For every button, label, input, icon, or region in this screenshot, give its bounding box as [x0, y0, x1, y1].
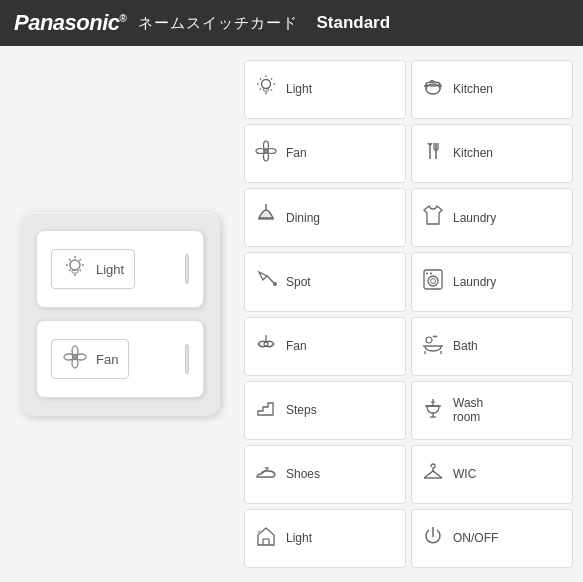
icon-cell-onoff-label: ON/OFF: [453, 531, 498, 545]
bath-icon: [420, 331, 446, 362]
switch-panel-wrap: Light Fan: [10, 60, 230, 568]
dining-icon: [253, 202, 279, 233]
svg-point-42: [274, 283, 277, 286]
switch-panel: Light Fan: [20, 212, 220, 416]
icon-cell-light-label: Light: [286, 82, 312, 96]
icon-cell-laundry2-label: Laundry: [453, 275, 496, 289]
fan-switch-indicator: [185, 344, 189, 374]
header-title: Standard: [316, 13, 390, 33]
svg-rect-24: [264, 89, 269, 92]
icon-cell-washroom[interactable]: Wash room: [411, 381, 573, 440]
icon-cell-fan-label: Fan: [286, 146, 307, 160]
cutlery-icon: [420, 138, 446, 169]
icon-cell-onoff[interactable]: ON/OFF: [411, 509, 573, 568]
icon-cell-light[interactable]: Light: [244, 60, 406, 119]
icon-cell-light2[interactable]: ✦ Light: [244, 509, 406, 568]
icon-cell-laundry1[interactable]: Laundry: [411, 188, 573, 247]
svg-line-5: [69, 259, 71, 261]
icon-cell-shoes[interactable]: Shoes: [244, 445, 406, 504]
fan-label-area: Fan: [51, 339, 129, 379]
ceiling-fan-icon: [253, 331, 279, 362]
spot-icon: [253, 266, 279, 297]
svg-line-23: [260, 89, 261, 90]
icon-cell-fan2[interactable]: Fan: [244, 317, 406, 376]
icon-cell-spot[interactable]: Spot: [244, 252, 406, 311]
icon-cell-washroom-label: Wash room: [453, 396, 483, 425]
washroom-icon: [420, 395, 446, 426]
icon-cell-wic-label: WIC: [453, 467, 476, 481]
light-grid-icon: [253, 74, 279, 105]
icon-cell-steps[interactable]: Steps: [244, 381, 406, 440]
svg-point-0: [70, 260, 80, 270]
icon-cell-fan[interactable]: Fan: [244, 124, 406, 183]
steps-icon: [253, 395, 279, 426]
washing-machine-icon: [420, 266, 446, 297]
icon-cell-laundry1-label: Laundry: [453, 211, 496, 225]
icon-cell-spot-label: Spot: [286, 275, 311, 289]
svg-point-51: [426, 337, 432, 343]
svg-line-21: [271, 90, 272, 91]
power-icon: [420, 523, 446, 554]
svg-point-47: [430, 273, 432, 275]
svg-line-22: [271, 78, 272, 79]
fan-grid-icon: [253, 138, 279, 169]
svg-point-48: [264, 342, 268, 346]
icon-cell-wic[interactable]: WIC: [411, 445, 573, 504]
light-switch-button[interactable]: Light: [36, 230, 204, 308]
light-label-area: Light: [51, 249, 135, 289]
hanger-icon: [420, 459, 446, 490]
icon-cell-kitchen1-label: Kitchen: [453, 82, 493, 96]
icon-cell-bath-label: Bath: [453, 339, 478, 353]
icon-cell-dining[interactable]: Dining: [244, 188, 406, 247]
icon-cell-shoes-label: Shoes: [286, 467, 320, 481]
light-icon: [62, 254, 88, 284]
icon-cell-fan2-label: Fan: [286, 339, 307, 353]
fan-switch-button[interactable]: Fan: [36, 320, 204, 398]
shoes-icon: [253, 459, 279, 490]
svg-rect-9: [72, 270, 78, 273]
svg-line-20: [260, 78, 261, 79]
svg-point-44: [428, 276, 438, 286]
icon-cell-bath[interactable]: Bath: [411, 317, 573, 376]
header-subtitle: ネームスイッチカード: [138, 14, 298, 33]
svg-point-45: [431, 279, 436, 284]
svg-line-6: [80, 270, 82, 272]
svg-line-7: [80, 259, 82, 261]
icon-cell-dining-label: Dining: [286, 211, 320, 225]
icon-cell-light2-label: Light: [286, 531, 312, 545]
icon-grid: Light Kitchen: [244, 60, 573, 568]
light-switch-indicator: [185, 254, 189, 284]
sparkhouse-icon: ✦: [253, 523, 279, 554]
svg-line-8: [69, 270, 71, 272]
svg-text:✦: ✦: [256, 528, 263, 537]
svg-point-46: [426, 273, 428, 275]
icon-cell-kitchen2[interactable]: Kitchen: [411, 124, 573, 183]
icon-cell-steps-label: Steps: [286, 403, 317, 417]
header: Panasonic® ネームスイッチカード Standard: [0, 0, 583, 46]
main-content: Light Fan: [0, 46, 583, 582]
icon-cell-kitchen1[interactable]: Kitchen: [411, 60, 573, 119]
fan-icon: [62, 344, 88, 374]
kitchen-pot-icon: [420, 74, 446, 105]
fan-switch-label: Fan: [96, 352, 118, 367]
icon-cell-laundry2[interactable]: Laundry: [411, 252, 573, 311]
svg-point-15: [262, 80, 271, 89]
laundry-shirt-icon: [420, 202, 446, 233]
icon-cell-kitchen2-label: Kitchen: [453, 146, 493, 160]
light-switch-label: Light: [96, 262, 124, 277]
brand-logo: Panasonic®: [14, 10, 126, 36]
